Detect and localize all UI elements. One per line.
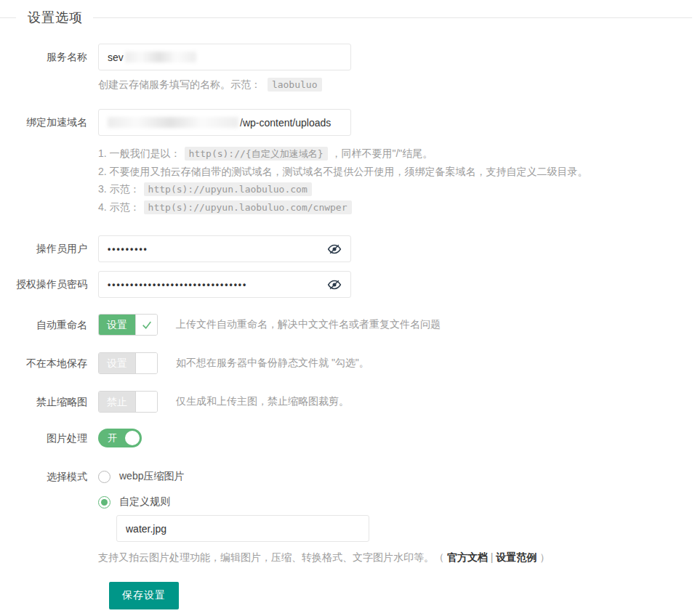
field-row-operator-user: 操作员用户 ••••••••• bbox=[0, 235, 692, 262]
domain-note-4: 4. 示范：http(s)://upyun.laobuluo.com/cnwpe… bbox=[98, 198, 692, 216]
field-row-no-thumbnail: 禁止缩略图 禁止 仅生成和上传主图，禁止缩略图裁剪。 bbox=[0, 391, 692, 413]
operator-password-input[interactable]: ••••••••••••••••••••••••••••••• bbox=[98, 271, 351, 298]
no-thumbnail-desc: 仅生成和上传主图，禁止缩略图裁剪。 bbox=[176, 395, 349, 408]
checkbox-empty-box bbox=[135, 353, 157, 373]
service-name-help: 创建云存储服务填写的名称。示范： laobuluo bbox=[98, 78, 692, 92]
field-row-domain: 绑定加速域名 /wp-content/uploads 1. 一般我们是以：htt… bbox=[0, 109, 692, 216]
mode-label: 选择模式 bbox=[0, 469, 98, 564]
code-sample: http(s)://upyun.laobuluo.com/cnwper bbox=[144, 200, 352, 214]
domain-value-suffix: /wp-content/uploads bbox=[240, 117, 331, 129]
settings-example-link[interactable]: 设置范例 bbox=[496, 551, 537, 563]
auto-rename-checkbox[interactable]: 设置 bbox=[98, 314, 158, 336]
checkbox-empty-box bbox=[135, 392, 157, 412]
mode-help: 支持又拍云图片处理功能，编辑图片，压缩、转换格式、文字图片水印等。（ 官方文档 … bbox=[98, 551, 692, 564]
no-local-save-desc: 如不想在服务器中备份静态文件就 "勾选"。 bbox=[176, 357, 369, 370]
eye-off-icon[interactable] bbox=[327, 242, 342, 256]
domain-notes: 1. 一般我们是以：http(s)://{自定义加速域名}，同样不要用"/"结尾… bbox=[98, 145, 692, 216]
settings-form: 服务名称 sev 创建云存储服务填写的名称。示范： laobuluo 绑定加速域… bbox=[0, 44, 692, 609]
masked-value: ••••••••• bbox=[108, 244, 327, 254]
checkbox-button-text: 设置 bbox=[99, 353, 135, 373]
legend-dash-left bbox=[0, 17, 16, 18]
redacted-blur bbox=[125, 52, 196, 62]
domain-note-3: 3. 示范：http(s)://upyun.laobuluo.com bbox=[98, 180, 692, 198]
auto-rename-desc: 上传文件自动重命名，解决中文文件名或者重复文件名问题 bbox=[176, 318, 441, 331]
auto-rename-label: 自动重命名 bbox=[0, 314, 98, 336]
no-local-save-label: 不在本地保存 bbox=[0, 352, 98, 374]
operator-user-label: 操作员用户 bbox=[0, 235, 98, 262]
checkbox-button-text: 禁止 bbox=[99, 392, 135, 412]
toggle-state-text: 开 bbox=[108, 432, 117, 443]
no-thumbnail-checkbox[interactable]: 禁止 bbox=[98, 391, 158, 413]
no-thumbnail-label: 禁止缩略图 bbox=[0, 391, 98, 413]
no-local-save-checkbox[interactable]: 设置 bbox=[98, 352, 158, 374]
domain-label: 绑定加速域名 bbox=[0, 109, 98, 216]
domain-input[interactable]: /wp-content/uploads bbox=[98, 109, 351, 136]
eye-off-icon[interactable] bbox=[327, 277, 342, 292]
field-row-auto-rename: 自动重命名 设置 上传文件自动重命名，解决中文文件名或者重复文件名问题 bbox=[0, 314, 692, 336]
field-row-image-process: 图片处理 开 bbox=[0, 429, 692, 447]
image-process-label: 图片处理 bbox=[0, 429, 98, 447]
redacted-blur bbox=[108, 117, 238, 128]
radio-unselected-icon bbox=[98, 471, 111, 483]
field-row-operator-password: 授权操作员密码 ••••••••••••••••••••••••••••••• bbox=[0, 271, 692, 298]
mode-option-custom[interactable]: 自定义规则 bbox=[98, 495, 692, 509]
section-header: 设置选项 bbox=[0, 0, 692, 26]
legend-rule-right bbox=[93, 17, 692, 18]
custom-rule-input[interactable] bbox=[116, 515, 369, 542]
radio-selected-icon bbox=[98, 496, 111, 508]
mode-option-webp[interactable]: webp压缩图片 bbox=[98, 469, 692, 484]
code-sample: laobuluo bbox=[268, 78, 322, 92]
save-settings-button[interactable]: 保存设置 bbox=[109, 582, 179, 609]
field-row-no-local-save: 不在本地保存 设置 如不想在服务器中备份静态文件就 "勾选"。 bbox=[0, 352, 692, 374]
image-process-toggle[interactable]: 开 bbox=[98, 429, 142, 447]
service-name-input[interactable]: sev bbox=[98, 44, 351, 70]
official-doc-link[interactable]: 官方文档 bbox=[447, 551, 488, 563]
field-row-service-name: 服务名称 sev 创建云存储服务填写的名称。示范： laobuluo bbox=[0, 44, 692, 92]
toggle-knob bbox=[125, 431, 140, 445]
masked-value: ••••••••••••••••••••••••••••••• bbox=[108, 280, 327, 290]
operator-user-input[interactable]: ••••••••• bbox=[98, 235, 351, 262]
service-name-value: sev bbox=[108, 52, 124, 63]
code-sample: http(s)://{自定义加速域名} bbox=[185, 147, 328, 161]
operator-password-label: 授权操作员密码 bbox=[0, 271, 98, 298]
checkmark-icon bbox=[135, 315, 157, 335]
code-sample: http(s)://upyun.laobuluo.com bbox=[144, 182, 312, 196]
service-name-label: 服务名称 bbox=[0, 44, 98, 92]
settings-page: 设置选项 服务名称 sev 创建云存储服务填写的名称。示范： laobuluo … bbox=[0, 0, 695, 609]
field-row-mode: 选择模式 webp压缩图片 自定义规则 支持又拍云图片处理功能，编辑图片，压缩、… bbox=[0, 469, 692, 564]
checkbox-button-text: 设置 bbox=[99, 315, 135, 335]
domain-note-1: 1. 一般我们是以：http(s)://{自定义加速域名}，同样不要用"/"结尾… bbox=[98, 145, 692, 163]
page-title: 设置选项 bbox=[28, 9, 83, 26]
domain-note-2: 2. 不要使用又拍云存储自带的测试域名，测试域名不提供公开使用，须绑定备案域名，… bbox=[98, 163, 692, 180]
